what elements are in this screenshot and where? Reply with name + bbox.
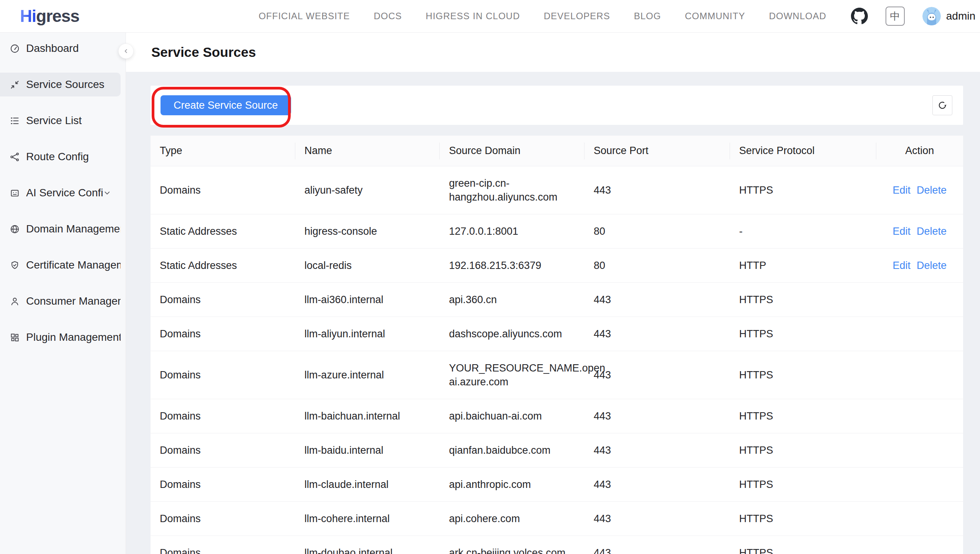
name-cell: llm-cohere.internal — [295, 502, 440, 536]
table-row: Domains llm-doubao.internal ark.cn-beiji… — [151, 536, 963, 554]
github-icon[interactable] — [851, 8, 868, 25]
column-header-service-protocol: Service Protocol — [730, 136, 876, 166]
sidebar-item-consumer-management[interactable]: Consumer Management — [0, 289, 121, 313]
refresh-button[interactable] — [932, 95, 952, 115]
type-cell: Domains — [151, 502, 295, 536]
table-row: Static Addresses higress-console 127.0.0… — [151, 214, 963, 249]
content-area: Create Service Source — [126, 72, 980, 554]
source-port-cell: 443 — [584, 399, 730, 433]
logo-hi: Hi — [20, 7, 36, 25]
nav-higress-in-cloud[interactable]: HIGRESS IN CLOUD — [426, 11, 520, 22]
source-port-cell: 443 — [584, 166, 730, 214]
name-cell: llm-baidu.internal — [295, 433, 440, 468]
action-cell — [876, 468, 963, 502]
delete-link[interactable]: Delete — [917, 260, 947, 271]
action-cell: EditDelete — [876, 166, 963, 214]
nav-community[interactable]: COMMUNITY — [685, 11, 745, 22]
sidebar-item-label: Route Config — [26, 151, 89, 163]
type-cell: Domains — [151, 536, 295, 554]
name-cell: llm-aliyun.internal — [295, 317, 440, 351]
nav-official-website[interactable]: OFFICIAL WEBSITE — [258, 11, 350, 22]
name-cell: llm-claude.internal — [295, 468, 440, 502]
chevron-left-icon — [122, 48, 129, 55]
nav-blog[interactable]: BLOG — [634, 11, 661, 22]
service-protocol-cell: HTTPS — [730, 536, 876, 554]
dashboard-icon — [10, 43, 20, 54]
sidebar-item-route-config[interactable]: Route Config — [0, 145, 121, 169]
globe-icon — [10, 224, 20, 234]
service-protocol-cell: HTTPS — [730, 433, 876, 468]
delete-link[interactable]: Delete — [917, 226, 947, 237]
sidebar-item-service-list[interactable]: Service List — [0, 109, 121, 133]
nav-docs[interactable]: DOCS — [374, 11, 402, 22]
type-cell: Static Addresses — [151, 214, 295, 249]
type-cell: Domains — [151, 283, 295, 317]
sidebar-item-ai-service-config[interactable]: AI Service Config — [0, 181, 121, 205]
source-domain-cell: green-cip.cn- hangzhou.aliyuncs.com — [440, 166, 584, 214]
source-domain-cell: api.baichuan-ai.com — [440, 399, 584, 433]
table-row: Domains llm-baichuan.internal api.baichu… — [151, 399, 963, 433]
source-port-cell: 443 — [584, 536, 730, 554]
service-sources-table: Type Name Source Domain Source Port Serv… — [151, 136, 963, 554]
action-cell — [876, 502, 963, 536]
sidebar-collapse-button[interactable] — [118, 43, 134, 59]
nav-right-cluster: 中 admin — [851, 7, 975, 26]
edit-link[interactable]: Edit — [892, 184, 910, 196]
source-domain-cell: qianfan.baidubce.com — [440, 433, 584, 468]
action-cell — [876, 283, 963, 317]
action-cell — [876, 536, 963, 554]
source-port-cell: 443 — [584, 351, 730, 399]
column-header-action: Action — [876, 136, 963, 166]
sidebar-item-label: Dashboard — [26, 42, 79, 55]
type-cell: Domains — [151, 351, 295, 399]
delete-link[interactable]: Delete — [917, 184, 947, 196]
action-cell — [876, 399, 963, 433]
service-protocol-cell: HTTPS — [730, 283, 876, 317]
sidebar-item-domain-management[interactable]: Domain Management — [0, 217, 121, 241]
type-cell: Domains — [151, 317, 295, 351]
sidebar-item-dashboard[interactable]: Dashboard — [0, 36, 121, 60]
action-cell — [876, 317, 963, 351]
nav-developers[interactable]: DEVELOPERS — [544, 11, 610, 22]
service-protocol-cell: HTTPS — [730, 502, 876, 536]
name-cell: aliyun-safety — [295, 166, 440, 214]
source-domain-cell: ark.cn-beijing.volces.com — [440, 536, 584, 554]
source-port-cell: 443 — [584, 283, 730, 317]
source-domain-cell: api.360.cn — [440, 283, 584, 317]
type-cell: Domains — [151, 166, 295, 214]
source-port-cell: 443 — [584, 433, 730, 468]
table-header: Type Name Source Domain Source Port Serv… — [151, 136, 963, 166]
type-cell: Static Addresses — [151, 249, 295, 283]
user-menu[interactable]: admin — [922, 7, 975, 25]
sidebar-item-label: Domain Management — [26, 223, 121, 235]
sidebar-item-label: Certificate Management — [26, 259, 121, 271]
source-port-cell: 443 — [584, 317, 730, 351]
source-domain-cell: 127.0.0.1:8001 — [440, 214, 584, 249]
sidebar-item-plugin-management[interactable]: Plugin Management — [0, 325, 121, 349]
language-toggle-button[interactable]: 中 — [886, 7, 905, 26]
chevron-down-icon — [103, 189, 111, 197]
action-cell: EditDelete — [876, 214, 963, 249]
name-cell: llm-doubao.internal — [295, 536, 440, 554]
table-row: Domains llm-claude.internal api.anthropi… — [151, 468, 963, 502]
table-row: Static Addresses local-redis 192.168.215… — [151, 249, 963, 283]
user-avatar — [922, 7, 941, 25]
type-cell: Domains — [151, 468, 295, 502]
table-row: Domains llm-ai360.internal api.360.cn 44… — [151, 283, 963, 317]
top-nav-links: OFFICIAL WEBSITE DOCS HIGRESS IN CLOUD D… — [258, 11, 826, 22]
type-cell: Domains — [151, 433, 295, 468]
sidebar-item-service-sources[interactable]: Service Sources — [0, 73, 121, 96]
share-nodes-icon — [10, 152, 20, 162]
sidebar-item-certificate-management[interactable]: Certificate Management — [0, 253, 121, 277]
table-row: Domains llm-azure.internal YOUR_RESOURCE… — [151, 351, 963, 399]
source-port-cell: 80 — [584, 214, 730, 249]
edit-link[interactable]: Edit — [892, 226, 910, 237]
edit-link[interactable]: Edit — [892, 260, 910, 271]
nav-download[interactable]: DOWNLOAD — [769, 11, 826, 22]
blocks-icon — [10, 332, 20, 343]
robot-icon — [10, 188, 20, 198]
service-protocol-cell: HTTPS — [730, 399, 876, 433]
sidebar-item-label: Service Sources — [26, 78, 104, 91]
source-domain-cell: api.anthropic.com — [440, 468, 584, 502]
create-service-source-button[interactable]: Create Service Source — [161, 95, 291, 115]
